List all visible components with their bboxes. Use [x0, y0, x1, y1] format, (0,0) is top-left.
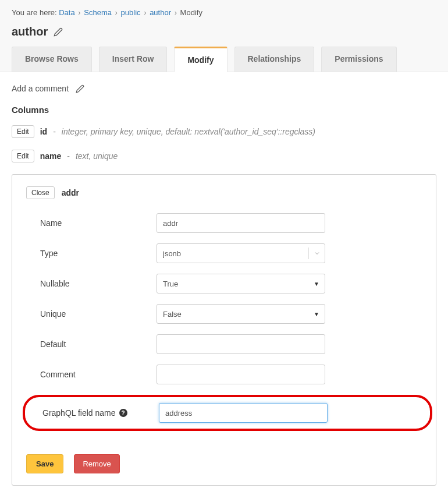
close-button[interactable]: Close: [26, 186, 55, 199]
chevron-right-icon: ›: [175, 8, 177, 17]
unique-select[interactable]: False: [157, 304, 325, 324]
tab-permissions[interactable]: Permissions: [321, 47, 396, 72]
edit-title-icon[interactable]: [54, 27, 63, 37]
edit-button[interactable]: Edit: [12, 125, 34, 138]
type-select[interactable]: [157, 243, 325, 263]
comment-input[interactable]: [157, 365, 325, 384]
breadcrumb-prefix: You are here:: [12, 8, 57, 17]
highlight-annotation: GraphQL field name ?: [23, 395, 432, 431]
chevron-right-icon: ›: [144, 8, 146, 17]
remove-button[interactable]: Remove: [74, 454, 119, 473]
nullable-select[interactable]: True: [157, 274, 325, 293]
breadcrumb: You are here: Data › Schema › public › a…: [12, 8, 436, 17]
unique-label: Unique: [40, 309, 157, 319]
column-row-id: Edit id - integer, primary key, unique, …: [12, 125, 436, 138]
editor-column-name: addr: [62, 188, 79, 197]
name-input[interactable]: [157, 213, 325, 233]
tab-insert-row[interactable]: Insert Row: [99, 47, 168, 72]
column-meta: integer, primary key, unique, default: n…: [62, 127, 315, 136]
chevron-right-icon: ›: [115, 8, 118, 17]
pencil-icon[interactable]: [76, 84, 84, 93]
column-meta: text, unique: [76, 151, 118, 161]
column-name: name: [40, 151, 62, 161]
tab-relationships[interactable]: Relationships: [234, 47, 315, 72]
breadcrumb-current: Modify: [180, 8, 202, 17]
graphql-field-name-input[interactable]: [159, 403, 328, 423]
save-button[interactable]: Save: [26, 454, 63, 473]
page-title: author: [12, 25, 48, 38]
tabs: Browse Rows Insert Row Modify Relationsh…: [0, 47, 448, 72]
tab-modify[interactable]: Modify: [174, 47, 227, 72]
edit-button[interactable]: Edit: [12, 150, 34, 162]
default-input[interactable]: [157, 334, 325, 354]
column-name: id: [40, 127, 47, 136]
nullable-label: Nullable: [40, 279, 157, 288]
breadcrumb-data[interactable]: Data: [59, 8, 74, 17]
graphql-field-name-label: GraphQL field name ?: [42, 408, 159, 418]
column-row-name: Edit name - text, unique: [12, 150, 436, 162]
name-label: Name: [40, 218, 157, 228]
type-label: Type: [40, 249, 157, 258]
column-editor: Close addr Name Type: [12, 174, 436, 486]
add-comment-label[interactable]: Add a comment: [12, 84, 69, 93]
columns-section-title: Columns: [12, 105, 436, 115]
tab-browse-rows[interactable]: Browse Rows: [12, 47, 92, 72]
chevron-right-icon: ›: [78, 8, 80, 17]
breadcrumb-public[interactable]: public: [121, 8, 141, 17]
breadcrumb-author[interactable]: author: [150, 8, 171, 17]
breadcrumb-schema[interactable]: Schema: [84, 8, 112, 17]
default-label: Default: [40, 340, 157, 349]
comment-label: Comment: [40, 370, 157, 379]
help-icon[interactable]: ?: [119, 409, 127, 417]
